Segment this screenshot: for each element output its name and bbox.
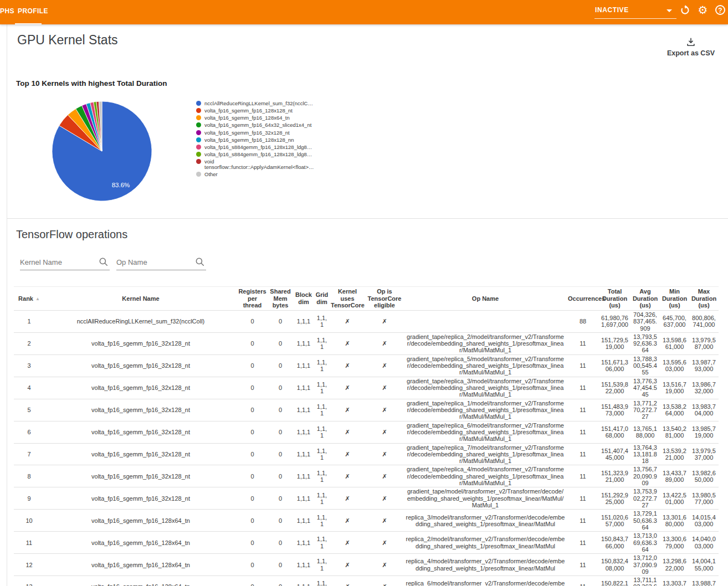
legend-color-swatch xyxy=(196,122,201,127)
cell-tc_eligible: ✗ xyxy=(365,332,404,354)
cell-rank: 4 xyxy=(14,377,44,399)
legend-item[interactable]: Other xyxy=(196,172,373,177)
cell-total: 151,292,925,000 xyxy=(599,487,630,510)
cell-tc_eligible: ✗ xyxy=(365,443,404,465)
cell-total: 151,323,921,000 xyxy=(599,465,630,487)
kernel-name-filter-input[interactable] xyxy=(20,256,98,268)
gear-icon[interactable]: ⚙ xyxy=(697,4,709,16)
legend-item[interactable]: volta_fp16_s884gemm_fp16_128x128_ldg8… xyxy=(196,152,373,157)
search-icon xyxy=(99,257,109,269)
download-icon xyxy=(685,37,696,48)
legend-color-swatch xyxy=(196,145,201,150)
cell-block_dim: 1,1,1 xyxy=(293,510,314,532)
cell-occurrences: 11 xyxy=(567,487,599,510)
cell-block_dim: 1,1,1 xyxy=(293,332,314,354)
column-header-block_dim[interactable]: Block dim xyxy=(293,287,314,311)
legend-item[interactable]: ncclAllReduceRingLLKernel_sum_f32(ncclC… xyxy=(196,101,373,106)
cell-occurrences: 88 xyxy=(567,310,599,332)
column-header-max[interactable]: Max Duration (us) xyxy=(689,287,719,311)
cell-shared_mem: 0 xyxy=(268,532,293,554)
cell-total: 61,980,761,697,000 xyxy=(599,310,630,332)
table-row: 12volta_fp16_sgemm_fp16_128x64_tn001,1,1… xyxy=(14,554,719,576)
cell-total: 151,417,068,000 xyxy=(599,421,630,443)
cell-avg: 13,729,150,636.364 xyxy=(630,510,660,532)
column-header-uses_tensorcore[interactable]: Kernel uses TensorCore xyxy=(330,287,365,311)
column-header-shared_mem[interactable]: Shared Mem bytes xyxy=(268,287,293,311)
pie-percentage-label: 83.6% xyxy=(112,182,130,188)
cell-op_name: gradient_tape/replica_1/model/transforme… xyxy=(404,399,567,421)
cell-avg: 13,711,102,363.636 xyxy=(630,576,660,586)
cell-uses_tensorcore: ✗ xyxy=(330,532,365,554)
cell-shared_mem: 0 xyxy=(268,554,293,576)
legend-item[interactable]: volta_fp16_sgemm_fp16_32x128_nt xyxy=(196,130,373,136)
column-header-op_name[interactable]: Op Name xyxy=(404,287,567,311)
cell-registers: 0 xyxy=(237,532,268,554)
legend-item[interactable]: void tensorflow::functor::ApplyAdamKerne… xyxy=(196,159,373,170)
cell-kernel: volta_fp16_sgemm_fp16_32x128_nt xyxy=(44,487,237,510)
legend-label: Other xyxy=(204,172,218,177)
cell-rank: 12 xyxy=(14,554,44,576)
cell-uses_tensorcore: ✗ xyxy=(330,487,365,510)
column-header-tc_eligible[interactable]: Op is TensorCore eligible xyxy=(365,287,404,311)
run-selector-dropdown[interactable]: INACTIVE xyxy=(594,4,676,18)
table-row: 8volta_fp16_sgemm_fp16_32x128_nt001,1,11… xyxy=(14,465,719,487)
legend-color-swatch xyxy=(196,152,201,157)
column-header-avg[interactable]: Avg Duration (us) xyxy=(630,287,660,311)
cell-uses_tensorcore: ✗ xyxy=(330,332,365,354)
table-row: 10volta_fp16_sgemm_fp16_128x64_tn001,1,1… xyxy=(14,510,719,532)
legend-item[interactable]: volta_fp16_sgemm_fp16_128x64_tn xyxy=(196,115,373,121)
legend-item[interactable]: volta_fp16_sgemm_fp16_64x32_sliced1x4_nt xyxy=(196,122,373,128)
table-row: 5volta_fp16_sgemm_fp16_32x128_nt001,1,11… xyxy=(14,399,719,421)
cell-avg: 13,793,592,636.364 xyxy=(630,332,660,354)
column-header-grid_dim[interactable]: Grid dim xyxy=(314,287,330,311)
export-csv-label: Export as CSV xyxy=(660,49,721,57)
cell-op_name: replica_6/model/transformer_v2/Transform… xyxy=(404,576,567,586)
help-icon[interactable]: ? xyxy=(715,4,727,16)
cell-grid_dim: 1,1,1 xyxy=(314,532,330,554)
cell-min: 13,598,661,000 xyxy=(660,332,689,354)
table-row: 3volta_fp16_sgemm_fp16_32x128_nt001,1,11… xyxy=(14,354,719,377)
cell-tc_eligible: ✗ xyxy=(365,487,404,510)
cell-rank: 3 xyxy=(14,354,44,377)
table-row: 4volta_fp16_sgemm_fp16_32x128_nt001,1,11… xyxy=(14,377,719,399)
cell-kernel: volta_fp16_sgemm_fp16_32x128_nt xyxy=(44,354,237,377)
column-header-kernel[interactable]: Kernel Name xyxy=(44,287,237,311)
legend-label: volta_fp16_s884gemm_fp16_128x128_ldg8… xyxy=(204,152,312,157)
export-csv-button[interactable]: Export as CSV xyxy=(660,37,721,57)
legend-color-swatch xyxy=(196,172,201,177)
cell-occurrences: 11 xyxy=(567,532,599,554)
column-header-registers[interactable]: Registers per thread xyxy=(237,287,268,311)
kernel-name-filter xyxy=(20,255,110,270)
cell-grid_dim: 1,1,1 xyxy=(314,576,330,586)
cell-block_dim: 1,1,1 xyxy=(293,576,314,586)
cell-kernel: volta_fp16_sgemm_fp16_32x128_nt xyxy=(44,332,237,354)
column-header-min[interactable]: Min Duration (us) xyxy=(660,287,689,311)
cell-registers: 0 xyxy=(237,399,268,421)
cell-shared_mem: 0 xyxy=(268,354,293,377)
column-header-total[interactable]: Total Duration (us) xyxy=(599,287,630,311)
tab-profile[interactable]: PROFILE xyxy=(18,7,48,15)
cell-block_dim: 1,1,1 xyxy=(293,487,314,510)
legend-item[interactable]: volta_fp16_sgemm_fp16_128x128_nt xyxy=(196,108,373,114)
table-row: 9volta_fp16_sgemm_fp16_32x128_nt001,1,11… xyxy=(14,487,719,510)
legend-item[interactable]: volta_fp16_sgemm_fp16_128x128_nn xyxy=(196,137,373,143)
tab-graphs-partial[interactable]: PHS xyxy=(0,7,14,15)
caret-down-icon xyxy=(667,9,672,12)
cell-grid_dim: 1,1,1 xyxy=(314,399,330,421)
cell-occurrences: 11 xyxy=(567,377,599,399)
cell-rank: 9 xyxy=(14,487,44,510)
column-header-rank[interactable]: Rank▲ xyxy=(14,287,44,311)
legend-label: volta_fp16_sgemm_fp16_128x128_nn xyxy=(204,137,294,143)
refresh-icon[interactable] xyxy=(679,4,691,16)
legend-item[interactable]: volta_fp16_s884gemm_fp16_128x128_ldg8… xyxy=(196,145,373,150)
cell-avg: 13,764,313,181.818 xyxy=(630,443,660,465)
op-name-filter-input[interactable] xyxy=(116,256,194,268)
cell-block_dim: 1,1,1 xyxy=(293,443,314,465)
cell-registers: 0 xyxy=(237,510,268,532)
legend-label: volta_fp16_sgemm_fp16_128x64_tn xyxy=(204,115,290,121)
section-divider xyxy=(7,218,728,219)
cell-rank: 6 xyxy=(14,421,44,443)
column-header-occurrences[interactable]: Occurrences xyxy=(567,287,599,311)
cell-tc_eligible: ✗ xyxy=(365,532,404,554)
cell-op_name: gradient_tape/replica_4/model/transforme… xyxy=(404,465,567,487)
